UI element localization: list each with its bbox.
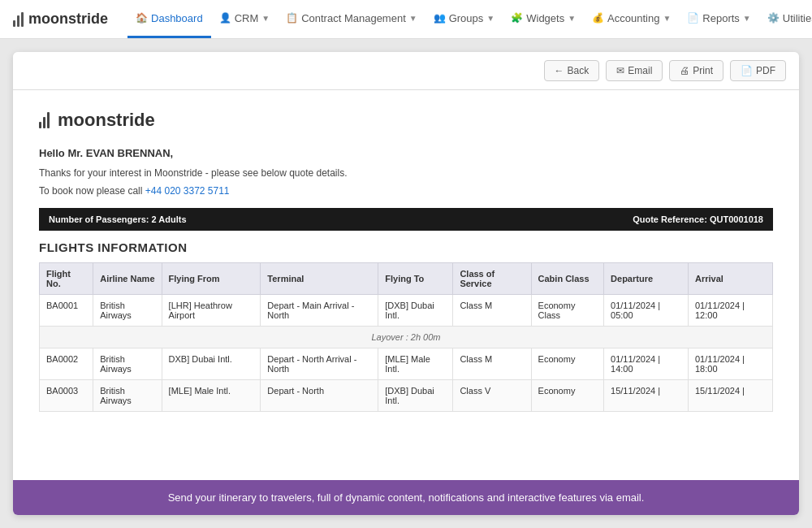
table-header-row: Flight No. Airline Name Flying From Term… [40, 263, 773, 295]
table-cell-8: 01/11/2024 | 18:00 [689, 348, 773, 380]
nav-item-groups[interactable]: 👥 Groups ▼ [425, 0, 503, 38]
utilities-icon: ⚙️ [767, 12, 780, 24]
col-departure: Departure [604, 263, 689, 295]
nav-item-contract[interactable]: 📋 Contract Management ▼ [278, 0, 425, 38]
nav-label-crm: CRM [235, 12, 259, 24]
table-cell-8: 01/11/2024 | 12:00 [689, 295, 773, 327]
table-cell-5: Class V [453, 380, 531, 412]
nav-item-dashboard[interactable]: 🏠 Dashboard [127, 0, 211, 38]
table-cell-0: BA0001 [40, 295, 93, 327]
nav-item-utilities[interactable]: ⚙️ Utilities ▼ [759, 0, 812, 38]
nav-label-widgets: Widgets [526, 12, 564, 24]
pdf-icon: 📄 [741, 65, 753, 76]
accounting-icon: 💰 [592, 12, 604, 24]
layover-row: Layover : 2h 00m [40, 327, 773, 348]
table-cell-1: British Airways [93, 295, 162, 327]
nav-label-groups: Groups [449, 12, 484, 24]
quote-ref: Quote Reference: QUT0001018 [633, 214, 763, 224]
main-area: ← Back ✉ Email 🖨 Print 📄 PDF [0, 39, 812, 528]
logo-text: moonstride [28, 11, 108, 28]
table-cell-6: Economy [531, 348, 604, 380]
home-icon: 🏠 [136, 12, 148, 24]
nav-label-accounting: Accounting [607, 12, 659, 24]
bottom-banner: Send your itinerary to travelers, full o… [13, 480, 799, 515]
col-flight-no: Flight No. [40, 263, 93, 295]
table-cell-2: [LHR] Heathrow Airport [162, 295, 261, 327]
crm-icon: 👤 [219, 12, 231, 24]
table-cell-5: Class M [453, 295, 531, 327]
layover-text: Layover : 2h 00m [40, 327, 773, 348]
email-icon: ✉ [616, 65, 624, 76]
col-from: Flying From [162, 263, 261, 295]
table-cell-0: BA0003 [40, 380, 93, 412]
accounting-caret: ▼ [663, 14, 671, 23]
table-cell-2: [MLE] Male Intl. [162, 380, 261, 412]
flights-table: Flight No. Airline Name Flying From Term… [39, 262, 773, 412]
table-cell-0: BA0002 [40, 348, 93, 380]
back-icon: ← [555, 65, 564, 76]
doc-logo: moonstride [39, 110, 773, 131]
groups-icon: 👥 [434, 12, 446, 24]
table-cell-4: [DXB] Dubai Intl. [378, 380, 453, 412]
logo: moonstride [13, 11, 108, 28]
table-cell-4: [DXB] Dubai Intl. [378, 295, 453, 327]
col-arrival: Arrival [689, 263, 773, 295]
crm-caret: ▼ [261, 14, 270, 23]
flights-section-title: FLIGHTS INFORMATION [39, 240, 773, 254]
table-cell-7: 01/11/2024 | 14:00 [604, 348, 689, 380]
logo-icon [13, 12, 24, 27]
widgets-icon: 🧩 [511, 12, 523, 24]
table-cell-1: British Airways [93, 380, 162, 412]
table-row: BA0001British Airways[LHR] Heathrow Airp… [40, 295, 773, 327]
print-button[interactable]: 🖨 Print [669, 60, 723, 81]
col-class-service: Class of Service [453, 263, 531, 295]
banner-text: Send your itinerary to travelers, full o… [168, 491, 645, 504]
table-row: BA0003British Airways[MLE] Male Intl.Dep… [40, 380, 773, 412]
back-button[interactable]: ← Back [544, 60, 600, 81]
nav-item-reports[interactable]: 📄 Reports ▼ [679, 0, 758, 38]
doc-logo-text: moonstride [58, 110, 155, 131]
nav-label-reports: Reports [702, 12, 740, 24]
col-to: Flying To [378, 263, 453, 295]
table-row: BA0002British AirwaysDXB] Dubai Intl.Dep… [40, 348, 773, 380]
document-toolbar: ← Back ✉ Email 🖨 Print 📄 PDF [13, 52, 799, 90]
nav-label-contract: Contract Management [301, 12, 406, 24]
contract-caret: ▼ [409, 14, 417, 23]
email-button[interactable]: ✉ Email [606, 60, 663, 81]
passengers-info: Number of Passengers: 2 Adults [49, 214, 187, 224]
col-cabin: Cabin Class [531, 263, 604, 295]
table-cell-6: Economy Class [531, 295, 604, 327]
col-airline: Airline Name [93, 263, 162, 295]
nav-label-utilities: Utilities [783, 12, 812, 24]
pdf-button[interactable]: 📄 PDF [730, 60, 786, 81]
print-icon: 🖨 [680, 65, 689, 76]
reports-icon: 📄 [687, 12, 699, 24]
table-cell-1: British Airways [93, 348, 162, 380]
table-cell-3: Depart - Main Arrival - North [261, 295, 378, 327]
table-cell-4: [MLE] Male Intl. [378, 348, 453, 380]
reports-caret: ▼ [743, 14, 751, 23]
nav-item-widgets[interactable]: 🧩 Widgets ▼ [503, 0, 584, 38]
table-cell-7: 15/11/2024 | [604, 380, 689, 412]
document-body: moonstride Hello Mr. EVAN BRENNAN, Thank… [13, 90, 799, 480]
table-cell-3: Depart - North [261, 380, 378, 412]
nav-item-accounting[interactable]: 💰 Accounting ▼ [584, 0, 679, 38]
table-cell-3: Depart - North Arrival - North [261, 348, 378, 380]
widgets-caret: ▼ [568, 14, 576, 23]
document-container: ← Back ✉ Email 🖨 Print 📄 PDF [13, 52, 799, 515]
intro-text: Thanks for your interest in Moonstride -… [39, 166, 773, 180]
phone-link[interactable]: +44 020 3372 5711 [145, 185, 230, 197]
top-navigation: moonstride 🏠 Dashboard 👤 CRM ▼ 📋 Contrac… [0, 0, 812, 39]
doc-logo-icon [39, 112, 50, 128]
table-cell-8: 15/11/2024 | [689, 380, 773, 412]
greeting-text: Hello Mr. EVAN BRENNAN, [39, 147, 773, 159]
table-cell-2: DXB] Dubai Intl. [162, 348, 261, 380]
nav-label-dashboard: Dashboard [151, 12, 203, 24]
contract-icon: 📋 [286, 12, 298, 24]
quote-header-bar: Number of Passengers: 2 Adults Quote Ref… [39, 208, 773, 231]
table-cell-5: Class M [453, 348, 531, 380]
groups-caret: ▼ [486, 14, 495, 23]
table-cell-7: 01/11/2024 | 05:00 [604, 295, 689, 327]
nav-item-crm[interactable]: 👤 CRM ▼ [211, 0, 279, 38]
contact-text: To book now please call +44 020 3372 571… [39, 184, 773, 198]
